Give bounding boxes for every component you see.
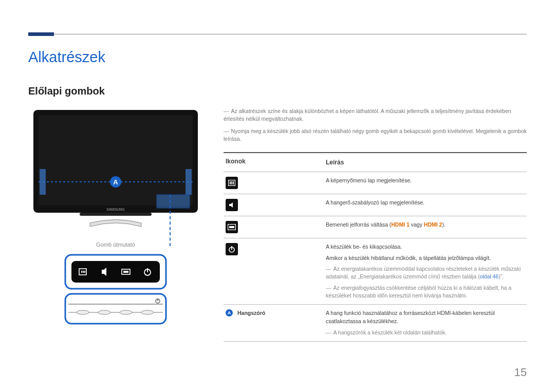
svg-rect-31 xyxy=(233,181,234,184)
svg-rect-16 xyxy=(123,271,128,273)
page-link[interactable]: oldal 46 xyxy=(479,273,498,279)
button-panel-detail xyxy=(64,254,167,290)
svg-rect-5 xyxy=(186,169,192,195)
desc-speaker: A hang funkció használatához a forrásesz… xyxy=(326,309,525,337)
svg-rect-33 xyxy=(229,226,234,228)
desc-menu: A képernyőmenü lap megjelenítése. xyxy=(326,177,525,185)
source-icon xyxy=(226,221,238,233)
bottom-edge-detail xyxy=(64,293,167,325)
page-number: 15 xyxy=(514,366,527,379)
illustration-caption: Gomb útmutató xyxy=(28,241,203,248)
badge-a-label: A xyxy=(113,178,118,186)
subsection-title: Előlapi gombok xyxy=(28,85,527,97)
svg-text:SAMSUNG: SAMSUNG xyxy=(106,208,124,211)
svg-rect-6 xyxy=(157,195,190,208)
svg-point-24 xyxy=(77,310,89,314)
table-row: A Hangszóró A hang funkció használatához… xyxy=(224,304,527,342)
speaker-label: Hangszóró xyxy=(237,310,265,316)
table-row: A készülék be- és kikapcsolása. Amikor a… xyxy=(224,238,527,304)
svg-rect-14 xyxy=(84,271,85,273)
desc-power: A készülék be- és kikapcsolása. Amikor a… xyxy=(326,243,525,300)
svg-rect-30 xyxy=(231,181,232,184)
svg-rect-19 xyxy=(65,294,166,324)
svg-rect-4 xyxy=(40,169,46,195)
th-icons: Ikonok xyxy=(226,158,326,165)
header-rule xyxy=(28,34,527,34)
power-icon xyxy=(226,243,238,255)
table-row: A képernyőmenü lap megjelenítése. xyxy=(224,172,527,194)
svg-point-27 xyxy=(141,310,154,314)
th-desc: Leírás xyxy=(326,158,525,167)
note-1: Az alkatrészek színe és alakja különbözh… xyxy=(224,107,527,122)
svg-rect-12 xyxy=(81,271,82,273)
svg-point-26 xyxy=(120,310,132,314)
svg-rect-13 xyxy=(83,271,84,273)
callout-line xyxy=(170,195,171,246)
tv-illustration: A SAMSUNG xyxy=(28,107,203,233)
svg-rect-1 xyxy=(39,115,193,206)
desc-source: Bemeneti jelforrás váltása (HDMI 1 vagy … xyxy=(326,221,525,229)
svg-rect-7 xyxy=(80,213,152,216)
section-title: Alkatrészek xyxy=(28,49,527,66)
illustration-column: A SAMSUNG Gomb útmutató xyxy=(28,107,203,342)
volume-icon xyxy=(226,199,238,211)
menu-icon xyxy=(226,177,238,189)
table-row: A hangerő-szabályozó lap megjelenítése. xyxy=(224,194,527,216)
icon-table: Ikonok Leírás A képernyőmenü lap megjele… xyxy=(224,152,527,342)
note-2: Nyomja meg a készülék jobb alsó részén t… xyxy=(224,127,527,142)
svg-point-25 xyxy=(98,310,110,314)
table-row: Bemeneti jelforrás váltása (HDMI 1 vagy … xyxy=(224,216,527,238)
desc-volume: A hangerő-szabályozó lap megjelenítése. xyxy=(326,199,525,207)
badge-a-icon: A xyxy=(226,309,233,316)
svg-rect-29 xyxy=(230,181,231,184)
